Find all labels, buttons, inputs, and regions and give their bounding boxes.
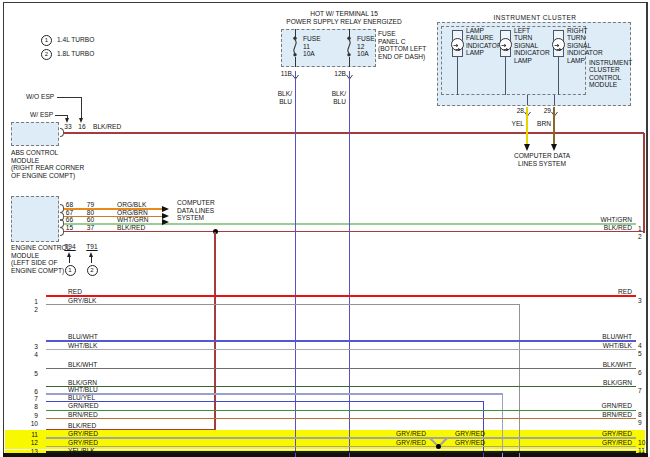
wire-label-right: BLK/WHT bbox=[572, 361, 632, 368]
wire-number-right: 10 bbox=[638, 439, 645, 446]
wire-label-left: BLK/WHT bbox=[68, 361, 97, 368]
fuse1-wire-label-1: BLK/ bbox=[272, 90, 292, 97]
wire-number-left: 2 bbox=[26, 306, 38, 313]
computer-data-arrow-1 bbox=[524, 144, 530, 151]
lamp1-line-2: FAILURE bbox=[466, 34, 493, 41]
fuse-side-line-2: PANEL C bbox=[378, 38, 405, 45]
fuse1-label-3: 10A bbox=[303, 50, 315, 57]
wire-number-left: 8 bbox=[26, 403, 38, 410]
wire-label-right: WHT/BLK bbox=[572, 342, 632, 349]
wire-blu-yel bbox=[46, 401, 484, 403]
computer-data-arrow-2 bbox=[551, 144, 557, 151]
data-lines-arrow-3 bbox=[162, 219, 169, 225]
lamp2-stub bbox=[505, 57, 506, 95]
legend-label-2: 1.8L TURBO bbox=[57, 50, 94, 57]
wire-label-right: RED bbox=[572, 288, 632, 295]
abs-name-line-2: MODULE bbox=[11, 157, 39, 164]
wo-esp-line bbox=[57, 97, 82, 98]
wo-esp-drop bbox=[81, 97, 82, 119]
w-esp-label: W/ ESP bbox=[30, 111, 53, 118]
t94-arrow-stem bbox=[69, 256, 70, 263]
wire-label-left: GRY/BLK bbox=[68, 297, 96, 304]
lamp3-line-5: LAMP bbox=[567, 57, 585, 64]
fuse-title-line-2: POWER SUPPLY RELAY ENERGIZED bbox=[270, 18, 418, 25]
wire-blk-red-main bbox=[64, 231, 645, 233]
wire-brn-red bbox=[46, 418, 636, 420]
wire-number-left: 7 bbox=[26, 395, 38, 402]
fuse1-pin: 11B bbox=[272, 70, 292, 77]
wire-red bbox=[46, 295, 636, 297]
frame-left bbox=[3, 2, 5, 454]
lamp3-stub bbox=[558, 57, 559, 95]
cluster-module-line-3: CONTROL bbox=[589, 74, 621, 81]
lamp1-stub bbox=[457, 57, 458, 95]
lamp2-line-2: TURN bbox=[514, 34, 532, 41]
fuse1-label-2: 11 bbox=[303, 43, 310, 50]
wire-brn-label: BRN bbox=[535, 120, 551, 127]
wire-label-left: GRN/RED bbox=[68, 402, 98, 409]
legend-circle-1: 1 bbox=[41, 35, 52, 46]
wire-label-left: BRN/RED bbox=[68, 411, 98, 418]
wire-label-left: WHT/BLU bbox=[68, 386, 98, 393]
wire-number-left: 9 bbox=[26, 412, 38, 419]
wire-gry-blk-drop bbox=[519, 304, 521, 457]
wire-yel bbox=[526, 107, 528, 144]
ecm-name-line-2: MODULE bbox=[11, 252, 39, 259]
wire-label-left: GRY/RED bbox=[68, 430, 98, 437]
lamp3-line-1: RIGHT bbox=[567, 27, 588, 34]
frame-right bbox=[646, 2, 648, 454]
ecm-dest-line-2: DATA LINES bbox=[177, 207, 214, 214]
wire-label-right: GRY/RED bbox=[572, 439, 632, 446]
wire-number-right: 8 bbox=[638, 411, 642, 418]
fuse-side-line-4: END OF DASH) bbox=[378, 53, 425, 60]
junction-dot-gry-red bbox=[436, 444, 441, 449]
fuse-side-line-3: (BOTTOM LEFT bbox=[378, 45, 426, 52]
wire-number-right: 4 bbox=[638, 342, 642, 349]
lamp3-line-4: INDICATOR bbox=[567, 49, 603, 56]
abs-name-line-4: OF ENGINE COMPT) bbox=[11, 172, 75, 179]
cluster-module-line-1: INSTRUMENT bbox=[589, 59, 632, 66]
abs-name-line-1: ABS CONTROL bbox=[11, 149, 58, 156]
lamp2-line-1: LEFT bbox=[514, 27, 530, 34]
ecm-dest-line-1: COMPUTER bbox=[177, 199, 215, 206]
wo-esp-label: W/O ESP bbox=[26, 93, 54, 100]
wire-number-left: 10 bbox=[26, 420, 38, 427]
abs-blk-red-wire bbox=[64, 132, 644, 134]
wire-number-left: 6 bbox=[26, 388, 38, 395]
cluster-title: INSTRUMENT CLUSTER bbox=[460, 14, 610, 21]
wire-blu-wht bbox=[46, 340, 636, 342]
indicator-lamp-icon bbox=[451, 38, 464, 51]
abs-pin-16: 16 bbox=[75, 123, 89, 130]
abs-blk-red-drop-right bbox=[643, 133, 645, 233]
lamp3-line-3: SIGNAL bbox=[567, 42, 591, 49]
frame-top bbox=[3, 2, 648, 3]
wire-label-left: BLU/WHT bbox=[68, 333, 98, 340]
wire-label-mid: GRY/RED bbox=[396, 439, 426, 446]
wire-number-left: 1 bbox=[26, 298, 38, 305]
highlight-band-2 bbox=[5, 440, 645, 449]
lamp1-line-3: INDICATOR bbox=[466, 42, 502, 49]
t91-arrow-stem bbox=[91, 256, 92, 263]
ecm-name-line-4: ENGINE COMPT) bbox=[11, 267, 64, 274]
cluster-module-line-4: MODULE bbox=[589, 81, 617, 88]
fuse2-label-1: FUSE bbox=[357, 35, 375, 42]
fuse1-label-1: FUSE bbox=[303, 35, 321, 42]
wire-gry-red-1 bbox=[46, 437, 636, 439]
right-number: 1 bbox=[638, 225, 642, 232]
lamp1-line-4: LAMP bbox=[466, 49, 484, 56]
lamp3-line-2: TURN bbox=[567, 34, 585, 41]
ecm-engine-circle-1: 1 bbox=[65, 265, 76, 276]
fuse-side-line-1: FUSE bbox=[378, 30, 396, 37]
lamp2-line-5: LAMP bbox=[514, 57, 532, 64]
wire-label-left: RED bbox=[68, 288, 82, 295]
fuse-title-line-1: HOT W/ TERMINAL 15 bbox=[284, 10, 404, 17]
right-label-wht-grn: WHT/GRN bbox=[572, 216, 632, 223]
cluster-dest-line-2: LINES SYSTEM bbox=[502, 160, 582, 167]
wire-blk-blu-1 bbox=[295, 71, 297, 457]
wire-label-mid: GRY/RED bbox=[455, 430, 485, 437]
ecm-name-line-3: (LEFT SIDE OF bbox=[11, 259, 57, 266]
wire-label-right: GRY/RED bbox=[572, 430, 632, 437]
w-esp-line bbox=[55, 115, 68, 116]
wire-wht-blu-drop bbox=[502, 393, 504, 457]
lamp1-line-1: LAMP bbox=[466, 27, 484, 34]
